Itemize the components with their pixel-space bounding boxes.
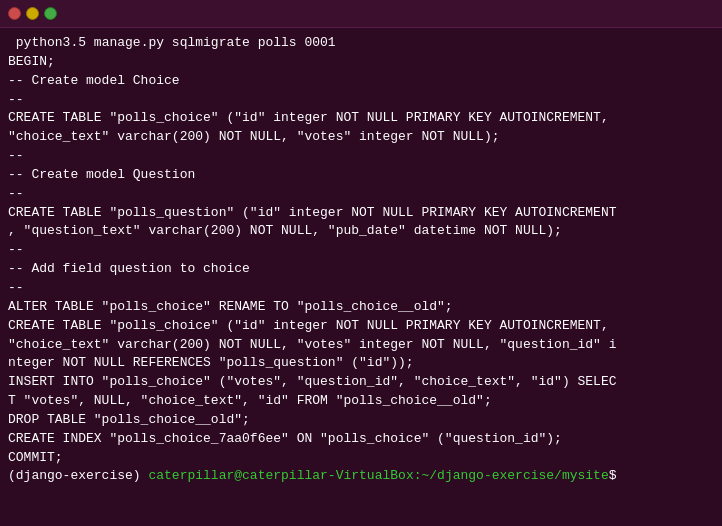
terminal-line: -- Create model Choice [8, 72, 714, 91]
title-bar [0, 0, 722, 28]
terminal-line: python3.5 manage.py sqlmigrate polls 000… [8, 34, 714, 53]
terminal-line: ALTER TABLE "polls_choice" RENAME TO "po… [8, 298, 714, 317]
terminal-line: DROP TABLE "polls_choice__old"; [8, 411, 714, 430]
terminal-line: (django-exercise) caterpillar@caterpilla… [8, 467, 714, 486]
terminal-line: -- [8, 279, 714, 298]
terminal-line: -- [8, 91, 714, 110]
terminal-line: CREATE INDEX "polls_choice_7aa0f6ee" ON … [8, 430, 714, 449]
terminal-line: -- Add field question to choice [8, 260, 714, 279]
terminal-line: -- [8, 241, 714, 260]
terminal-line: "choice_text" varchar(200) NOT NULL, "vo… [8, 336, 714, 355]
prompt-path: :~/django-exercise/mysite [414, 468, 609, 483]
terminal-line: -- [8, 147, 714, 166]
terminal-line: , "question_text" varchar(200) NOT NULL,… [8, 222, 714, 241]
terminal-line: nteger NOT NULL REFERENCES "polls_questi… [8, 354, 714, 373]
terminal-line: COMMIT; [8, 449, 714, 468]
prompt-user: caterpillar@caterpillar-VirtualBox [148, 468, 413, 483]
terminal-line: "choice_text" varchar(200) NOT NULL, "vo… [8, 128, 714, 147]
terminal-line: INSERT INTO "polls_choice" ("votes", "qu… [8, 373, 714, 392]
minimize-button[interactable] [26, 7, 39, 20]
terminal-line: T "votes", NULL, "choice_text", "id" FRO… [8, 392, 714, 411]
terminal-line: -- Create model Question [8, 166, 714, 185]
terminal-line: CREATE TABLE "polls_choice" ("id" intege… [8, 317, 714, 336]
close-button[interactable] [8, 7, 21, 20]
terminal-body[interactable]: python3.5 manage.py sqlmigrate polls 000… [0, 28, 722, 526]
maximize-button[interactable] [44, 7, 57, 20]
terminal-line: BEGIN; [8, 53, 714, 72]
terminal-line: CREATE TABLE "polls_question" ("id" inte… [8, 204, 714, 223]
title-bar-buttons [8, 7, 57, 20]
terminal-line: CREATE TABLE "polls_choice" ("id" intege… [8, 109, 714, 128]
terminal-line: -- [8, 185, 714, 204]
terminal-window: python3.5 manage.py sqlmigrate polls 000… [0, 0, 722, 526]
